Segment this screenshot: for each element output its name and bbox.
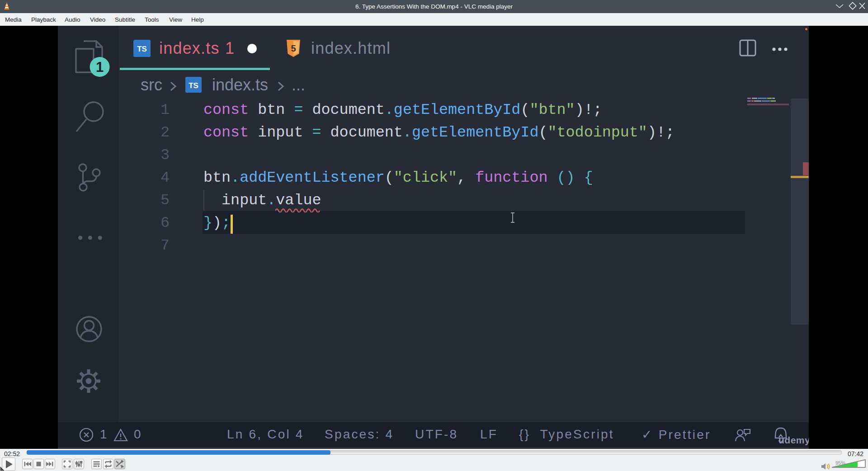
svg-text:TS: TS <box>189 81 198 90</box>
svg-text:1: 1 <box>96 59 104 75</box>
svg-text:TS: TS <box>137 45 147 53</box>
svg-text:5: 5 <box>291 43 296 53</box>
